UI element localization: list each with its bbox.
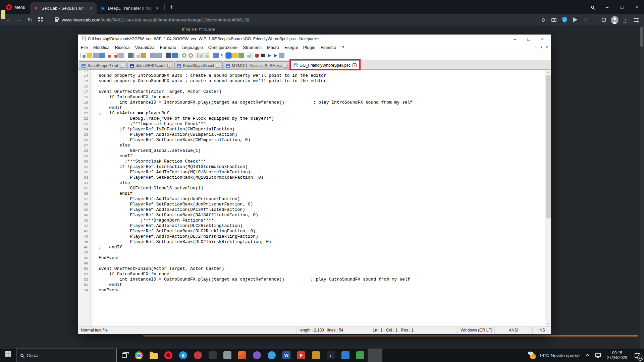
menu-visualizza[interactable]: Visualizza (132, 44, 157, 51)
opera-taskbar-button[interactable] (161, 349, 176, 362)
editor-scrollbar[interactable]: ▲ ▼ (545, 70, 551, 326)
open-folder-icon[interactable] (87, 53, 92, 58)
weather-widget[interactable]: 14°C Nuvole sparse (524, 349, 584, 362)
save-icon[interactable] (93, 53, 99, 58)
forward-button[interactable]: → (14, 15, 24, 24)
close-all-icon[interactable] (112, 53, 118, 58)
word-wrap-icon[interactable] (213, 53, 219, 58)
notepadpp-taskbar-button[interactable]: N (368, 349, 382, 362)
status-encoding[interactable]: ANSI (494, 327, 532, 334)
document-tab[interactable]: defaultBBPs.xml× (127, 61, 174, 69)
function-list-icon[interactable] (232, 53, 238, 58)
menu-linguaggio[interactable]: Linguaggio (179, 44, 206, 51)
profile-button[interactable] (610, 15, 619, 24)
document-tab[interactable]: BaseShapeP.xml× (79, 61, 127, 69)
document-tab[interactable]: BaseShapeD.xml× (174, 61, 223, 69)
zoom-in-icon[interactable] (182, 53, 186, 58)
menu-finestra[interactable]: Finestra (318, 44, 339, 51)
browser-close-button[interactable]: × (629, 0, 644, 14)
copy-icon[interactable] (134, 53, 140, 58)
show-hidden-icons-button[interactable] (584, 349, 592, 362)
start-button[interactable] (0, 349, 16, 362)
status-insert-mode[interactable]: INS (532, 327, 551, 334)
snapshot-button[interactable] (549, 15, 558, 24)
browser-tab[interactable]: DeepL Translate: Il miglior t× (97, 2, 163, 14)
browser-minimize-button[interactable]: – (600, 0, 614, 14)
extensions-button[interactable] (599, 15, 608, 24)
close-document-icon[interactable]: × (120, 64, 124, 68)
skype-taskbar-button[interactable]: S (176, 349, 191, 362)
purple-app-taskbar-button[interactable] (250, 349, 264, 362)
blue-monitor-app-taskbar-button[interactable] (338, 349, 353, 362)
sync-scroll-h-icon[interactable] (204, 53, 209, 58)
new-file-icon[interactable] (80, 53, 86, 58)
taskbar-search-input[interactable]: Cerca (16, 349, 117, 362)
bookmark-button[interactable]: ♡ (581, 15, 591, 24)
speed-dial-button[interactable] (36, 15, 46, 24)
adblock-button[interactable] (560, 15, 569, 24)
npp-maximize-button[interactable]: □ (523, 37, 534, 42)
macro-play-icon[interactable] (268, 54, 271, 58)
gray-app-taskbar-button[interactable] (220, 349, 235, 362)
menu-file[interactable]: File (78, 44, 91, 51)
dark-app-taskbar-button[interactable] (205, 349, 220, 362)
network-status-button[interactable] (592, 349, 604, 362)
menu-formato[interactable]: Formato (157, 44, 179, 51)
close-document-icon[interactable]: × (353, 63, 357, 67)
save-all-icon[interactable] (99, 53, 105, 58)
paste-icon[interactable] (141, 53, 146, 58)
scroll-up-icon[interactable]: ▲ (545, 70, 551, 75)
document-tab[interactable]: GG_FriendlyWhoreSpell.psc× (291, 60, 359, 70)
browser-scrollbar-thumb[interactable] (640, 27, 643, 47)
npp-minimize-button[interactable]: – (509, 37, 521, 42)
taskbar-clock[interactable]: 00:15 27/04/2023 (604, 351, 631, 360)
new-tab-button[interactable]: + (166, 1, 177, 13)
word-taskbar-button[interactable]: W (279, 349, 294, 362)
code-editor[interactable]: 1314sound property IntroSoundFX auto ; c… (78, 70, 551, 326)
pin-board-button[interactable] (538, 15, 548, 24)
tab-close-button[interactable]: × (546, 45, 548, 50)
amber-app-taskbar-button[interactable] (309, 349, 323, 362)
tab-list-button[interactable]: ▾ (540, 45, 542, 50)
menu-macro[interactable]: Macro (264, 44, 282, 51)
macro-run-multiple-icon[interactable] (274, 54, 277, 58)
doc-switcher-icon[interactable] (245, 53, 251, 58)
undo-icon[interactable] (150, 53, 156, 58)
close-document-icon[interactable]: × (284, 64, 288, 68)
browser-scrollbar[interactable] (640, 25, 644, 349)
macro-record-icon[interactable] (255, 54, 259, 58)
macro-save-icon[interactable] (279, 53, 284, 58)
show-symbols-icon[interactable]: ¶ (219, 53, 225, 58)
tab-new-button[interactable]: + (535, 45, 537, 50)
f-app-taskbar-button[interactable]: F (294, 349, 309, 362)
red-app-taskbar-button[interactable] (191, 349, 205, 362)
reload-button[interactable]: ↻ (25, 15, 35, 24)
macro-stop-icon[interactable] (261, 54, 265, 57)
browser-maximize-button[interactable]: □ (614, 0, 629, 14)
downloads-button[interactable]: ↓ (621, 15, 630, 24)
terminal-app-taskbar-button[interactable]: › (323, 349, 338, 362)
status-eol[interactable]: Windows (CR LF) (458, 327, 494, 334)
print-icon[interactable] (118, 53, 124, 58)
close-document-icon[interactable]: × (216, 64, 220, 68)
green-app-taskbar-button[interactable] (353, 349, 368, 362)
send-to-device-button[interactable] (571, 15, 580, 24)
cut-icon[interactable] (128, 53, 133, 58)
find-icon[interactable] (166, 53, 171, 58)
indent-guide-icon[interactable] (226, 53, 231, 58)
close-tab-icon[interactable]: × (89, 5, 93, 11)
browser-search-button[interactable] (585, 0, 600, 14)
blue-round-app-taskbar-button[interactable] (264, 349, 279, 362)
file-explorer-taskbar-button[interactable] (146, 349, 161, 362)
zoom-out-icon[interactable] (189, 53, 193, 58)
menu-ricerca[interactable]: Ricerca (112, 44, 132, 51)
task-view-button[interactable] (117, 349, 131, 362)
menu-plugin[interactable]: Plugin (301, 44, 318, 51)
menu-[interactable]: ? (339, 44, 347, 51)
easy-setup-button[interactable] (631, 15, 641, 24)
chrome-taskbar-button[interactable] (131, 349, 146, 362)
editor-scrollbar-thumb[interactable] (546, 75, 551, 218)
browser-tab[interactable]: Sex Lab - Sexual Fame 'Fram× (30, 2, 97, 14)
close-doc-icon[interactable] (106, 53, 111, 58)
close-tab-icon[interactable]: × (155, 5, 160, 11)
